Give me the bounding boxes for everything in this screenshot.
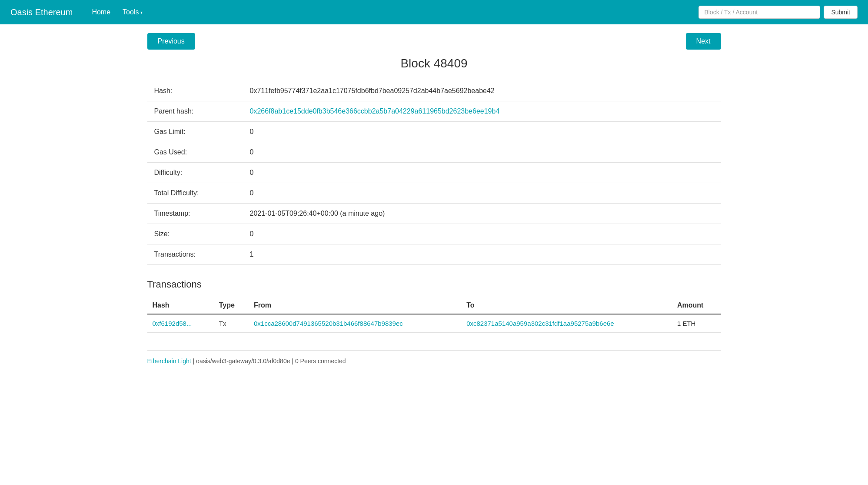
tx-from-cell: 0x1cca28600d7491365520b31b466f88647b9839… xyxy=(249,314,461,333)
tx-to-link[interactable]: 0xc82371a5140a959a302c31fdf1aa95275a9b6e… xyxy=(466,320,614,327)
detail-value-transactions: 1 xyxy=(243,244,721,265)
tx-hash-link[interactable]: 0xf6192d58... xyxy=(153,320,192,327)
detail-label-size: Size: xyxy=(147,224,243,244)
tx-hash-cell: 0xf6192d58... xyxy=(147,314,214,333)
tx-col-to: To xyxy=(461,297,672,314)
tx-from-link[interactable]: 0x1cca28600d7491365520b31b466f88647b9839… xyxy=(254,320,403,327)
detail-row-transactions: Transactions: 1 xyxy=(147,244,721,265)
nav-tools-label: Tools xyxy=(123,8,139,16)
tx-table-header-row: Hash Type From To Amount xyxy=(147,297,721,314)
navbar-nav: Home Tools ▾ xyxy=(86,5,698,20)
detail-row-difficulty: Difficulty: 0 xyxy=(147,163,721,183)
nav-home[interactable]: Home xyxy=(86,5,116,20)
nav-buttons: Previous Next xyxy=(147,33,721,50)
detail-value-gas-used: 0 xyxy=(243,142,721,163)
detail-row-timestamp: Timestamp: 2021-01-05T09:26:40+00:00 (a … xyxy=(147,204,721,224)
previous-button[interactable]: Previous xyxy=(147,33,195,50)
detail-row-total-difficulty: Total Difficulty: 0 xyxy=(147,183,721,204)
nav-tools-dropdown[interactable]: Tools ▾ xyxy=(117,5,148,20)
detail-row-size: Size: 0 xyxy=(147,224,721,244)
detail-value-size: 0 xyxy=(243,224,721,244)
detail-label-gas-limit: Gas Limit: xyxy=(147,122,243,142)
detail-value-gas-limit: 0 xyxy=(243,122,721,142)
footer-info: | oasis/web3-gateway/0.3.0/af0d80e | 0 P… xyxy=(191,358,346,365)
navbar: Oasis Ethereum Home Tools ▾ Submit xyxy=(0,0,868,24)
tx-amount-cell: 1 ETH xyxy=(672,314,721,333)
detail-label-timestamp: Timestamp: xyxy=(147,204,243,224)
transactions-table: Hash Type From To Amount 0xf6192d58... T… xyxy=(147,297,721,333)
footer: Etherchain Light | oasis/web3-gateway/0.… xyxy=(147,350,721,365)
tx-to-cell: 0xc82371a5140a959a302c31fdf1aa95275a9b6e… xyxy=(461,314,672,333)
block-details-table: Hash: 0x711fefb95774f371e2aa1c17075fdb6f… xyxy=(147,81,721,265)
detail-value-parent-hash: 0x266f8ab1ce15dde0fb3b546e366ccbb2a5b7a0… xyxy=(243,101,721,122)
tx-col-from: From xyxy=(249,297,461,314)
detail-row-parent-hash: Parent hash: 0x266f8ab1ce15dde0fb3b546e3… xyxy=(147,101,721,122)
transactions-section: Transactions Hash Type From To Amount 0x… xyxy=(147,279,721,333)
table-row: 0xf6192d58... Tx 0x1cca28600d7491365520b… xyxy=(147,314,721,333)
detail-label-transactions: Transactions: xyxy=(147,244,243,265)
detail-value-difficulty: 0 xyxy=(243,163,721,183)
tx-col-amount: Amount xyxy=(672,297,721,314)
search-input[interactable] xyxy=(698,6,820,19)
dropdown-caret-icon: ▾ xyxy=(140,10,143,15)
detail-value-total-difficulty: 0 xyxy=(243,183,721,204)
tx-col-hash: Hash xyxy=(147,297,214,314)
detail-row-gas-limit: Gas Limit: 0 xyxy=(147,122,721,142)
detail-label-total-difficulty: Total Difficulty: xyxy=(147,183,243,204)
detail-value-timestamp: 2021-01-05T09:26:40+00:00 (a minute ago) xyxy=(243,204,721,224)
submit-button[interactable]: Submit xyxy=(824,6,858,19)
navbar-brand[interactable]: Oasis Ethereum xyxy=(10,7,73,17)
detail-label-parent-hash: Parent hash: xyxy=(147,101,243,122)
detail-label-difficulty: Difficulty: xyxy=(147,163,243,183)
tx-col-type: Type xyxy=(214,297,249,314)
detail-value-hash: 0x711fefb95774f371e2aa1c17075fdb6fbd7bea… xyxy=(243,81,721,101)
transactions-title: Transactions xyxy=(147,279,721,290)
detail-row-hash: Hash: 0x711fefb95774f371e2aa1c17075fdb6f… xyxy=(147,81,721,101)
detail-row-gas-used: Gas Used: 0 xyxy=(147,142,721,163)
detail-label-gas-used: Gas Used: xyxy=(147,142,243,163)
page-title: Block 48409 xyxy=(147,57,721,70)
parent-hash-link[interactable]: 0x266f8ab1ce15dde0fb3b546e366ccbb2a5b7a0… xyxy=(250,107,500,115)
footer-link[interactable]: Etherchain Light xyxy=(147,358,191,365)
tx-type-cell: Tx xyxy=(214,314,249,333)
navbar-search: Submit xyxy=(698,6,858,19)
main-content: Previous Next Block 48409 Hash: 0x711fef… xyxy=(130,24,738,382)
next-button[interactable]: Next xyxy=(686,33,721,50)
detail-label-hash: Hash: xyxy=(147,81,243,101)
